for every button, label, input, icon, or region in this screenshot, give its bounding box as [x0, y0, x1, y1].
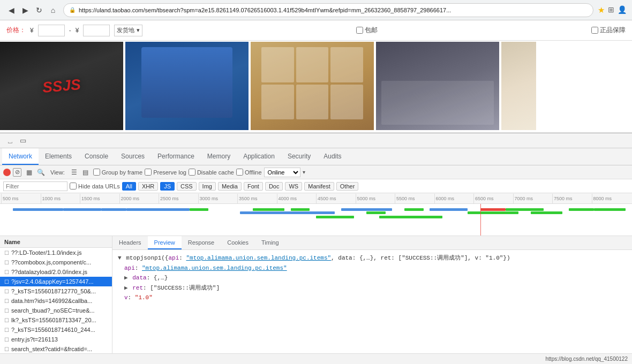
refresh-button[interactable]: ↻: [33, 4, 45, 16]
address-bar[interactable]: 🔒 https://uland.taobao.com/sem/tbsearch?…: [63, 3, 593, 17]
filter-icons: ▦ 🔍: [24, 167, 46, 178]
filter-font-button[interactable]: Font: [244, 182, 263, 191]
group-by-frame-checkbox[interactable]: [93, 169, 100, 176]
product-card-3[interactable]: [251, 42, 374, 130]
filter-js-button[interactable]: JS: [160, 182, 175, 191]
price-max-input[interactable]: [83, 25, 110, 36]
price-min-input[interactable]: [38, 25, 65, 36]
preview-content: ▼ mtopjsonp1({api: "mtop.alimama.union.s…: [112, 250, 632, 353]
mark-4500: 4500 ms: [316, 194, 356, 203]
tab-application[interactable]: Application: [237, 148, 281, 165]
grid-view-button[interactable]: ▤: [80, 167, 91, 178]
tab-cookies[interactable]: Cookies: [221, 236, 255, 249]
tab-elements[interactable]: Elements: [39, 148, 78, 165]
filter-all-button[interactable]: All: [122, 182, 136, 191]
tab-security[interactable]: Security: [281, 148, 317, 165]
filter-xhr-button[interactable]: XHR: [138, 182, 158, 191]
net-bar-16: [468, 211, 518, 214]
mark-1000: 1000 ms: [41, 194, 80, 203]
location-select[interactable]: 发货地 ▾: [114, 25, 142, 36]
list-item[interactable]: ☐ ?_ksTS=1556018712770_50&...: [0, 286, 112, 296]
bookmark-icon[interactable]: ★: [598, 5, 605, 15]
record-button[interactable]: [3, 169, 11, 176]
file-icon: ☐: [4, 346, 9, 352]
product-card-5[interactable]: [501, 42, 536, 130]
tab-audits[interactable]: Audits: [317, 148, 348, 165]
inspect-element-button[interactable]: ⎵: [4, 135, 16, 147]
filter-icon[interactable]: ▦: [24, 167, 34, 178]
api-value[interactable]: "mtop.alimama.union.sem.landing.pc.items…: [142, 265, 287, 271]
currency-symbol2: ¥: [76, 27, 79, 34]
expand-arrow-root[interactable]: ▼: [118, 254, 122, 263]
list-item[interactable]: ☐ search_stext?catid=&frcatid=...: [0, 344, 112, 353]
filter-ws-button[interactable]: WS: [285, 182, 302, 191]
throttling-select[interactable]: Online Fast 3G Slow 3G Offline: [264, 168, 300, 177]
tab-sources[interactable]: Sources: [115, 148, 151, 165]
shipping-label: 包邮: [365, 26, 378, 35]
tab-console[interactable]: Console: [78, 148, 115, 165]
filter-css-button[interactable]: CSS: [177, 182, 197, 191]
net-bar-2: [63, 208, 101, 211]
preserve-log-option[interactable]: Preserve log: [145, 169, 186, 176]
list-item[interactable]: ☐ entry.js?t=216113: [0, 335, 112, 344]
list-item[interactable]: ☐ ??combobox.js,component/c...: [0, 257, 112, 267]
offline-option[interactable]: Offline: [236, 169, 262, 176]
search-icon[interactable]: 🔍: [35, 167, 46, 178]
forward-button[interactable]: ▶: [19, 4, 31, 16]
list-item[interactable]: ☐ data.htm?ids=146992&callba...: [0, 296, 112, 306]
product-card-1[interactable]: SSJS: [0, 42, 123, 130]
top-bar: 价格： ¥ - ¥ 发货地 ▾ 包邮 正品保障: [0, 20, 632, 41]
offline-checkbox[interactable]: [236, 169, 243, 176]
hide-data-urls-checkbox[interactable]: [70, 183, 77, 189]
product-card-4[interactable]: [376, 42, 499, 130]
group-by-frame-option[interactable]: Group by frame: [93, 169, 142, 176]
status-url: https://blog.csdn.net/qq_41500122: [546, 356, 628, 362]
tab-response[interactable]: Response: [182, 236, 221, 249]
tab-performance[interactable]: Performance: [151, 148, 201, 165]
profile-icon[interactable]: 👤: [618, 5, 627, 15]
preserve-log-checkbox[interactable]: [145, 169, 152, 176]
disable-cache-option[interactable]: Disable cache: [189, 169, 234, 176]
tab-network[interactable]: Network: [2, 148, 39, 165]
mark-6000: 6000 ms: [434, 194, 474, 203]
tab-memory[interactable]: Memory: [201, 148, 237, 165]
filter-doc-button[interactable]: Doc: [265, 182, 283, 191]
authentic-label: 正品保障: [600, 26, 626, 35]
tab-timing[interactable]: Timing: [255, 236, 285, 249]
list-item[interactable]: ☐ lk?_ksTS=1556018713347_20...: [0, 315, 112, 325]
shipping-checkbox[interactable]: [356, 27, 363, 34]
authentic-checkbox-wrap: 正品保障: [591, 26, 626, 35]
clear-button[interactable]: ⊘: [13, 168, 21, 177]
list-item[interactable]: ☐ ?_ksTS=1556018714610_244...: [0, 325, 112, 335]
ruler-marks: 500 ms 1000 ms 1500 ms 2000 ms 2500 ms 3…: [1, 194, 631, 203]
tab-preview[interactable]: Preview: [148, 236, 182, 249]
devtools-main: Name ☐ ??:LD-Tooter/1.1.0/index.js ☐ ??c…: [0, 236, 632, 353]
file-name: ??combobox.js,component/c...: [11, 259, 91, 266]
extensions-icon[interactable]: ⊞: [608, 5, 614, 15]
tab-headers[interactable]: Headers: [112, 236, 148, 249]
filter-other-button[interactable]: Other: [336, 182, 359, 191]
file-name: search_tbuad?_noSEC=true&...: [11, 307, 95, 314]
back-button[interactable]: ◀: [5, 4, 17, 16]
list-item[interactable]: ☐ ??datalazyload/2.0.0/index.js: [0, 267, 112, 277]
filter-img-button[interactable]: Img: [199, 182, 216, 191]
list-item[interactable]: ☐ ??:LD-Tooter/1.1.0/index.js: [0, 248, 112, 257]
home-button[interactable]: ⌂: [47, 4, 59, 16]
filter-manifest-button[interactable]: Manifest: [304, 182, 334, 191]
authentic-checkbox[interactable]: [591, 27, 598, 34]
timeline-ruler: 500 ms 1000 ms 1500 ms 2000 ms 2500 ms 3…: [0, 193, 632, 204]
disable-cache-checkbox[interactable]: [189, 169, 195, 176]
device-toolbar-button[interactable]: ▭: [17, 135, 29, 147]
net-bar-8: [291, 208, 310, 211]
expand-arrow-data[interactable]: ▶: [124, 274, 128, 283]
expand-arrow-ret[interactable]: ▶: [124, 284, 128, 293]
hide-data-urls-option[interactable]: Hide data URLs: [70, 183, 120, 189]
list-item-selected[interactable]: ☐ ?jsv=2.4.0&appKey=1257447...: [0, 277, 112, 286]
filter-input[interactable]: [3, 181, 67, 191]
list-view-button[interactable]: ☰: [69, 167, 80, 178]
net-bar-3: [101, 208, 126, 211]
file-icon: ☐: [4, 337, 9, 343]
filter-media-button[interactable]: Media: [218, 182, 242, 191]
product-card-2[interactable]: [125, 42, 249, 130]
list-item[interactable]: ☐ search_tbuad?_noSEC=true&...: [0, 306, 112, 315]
